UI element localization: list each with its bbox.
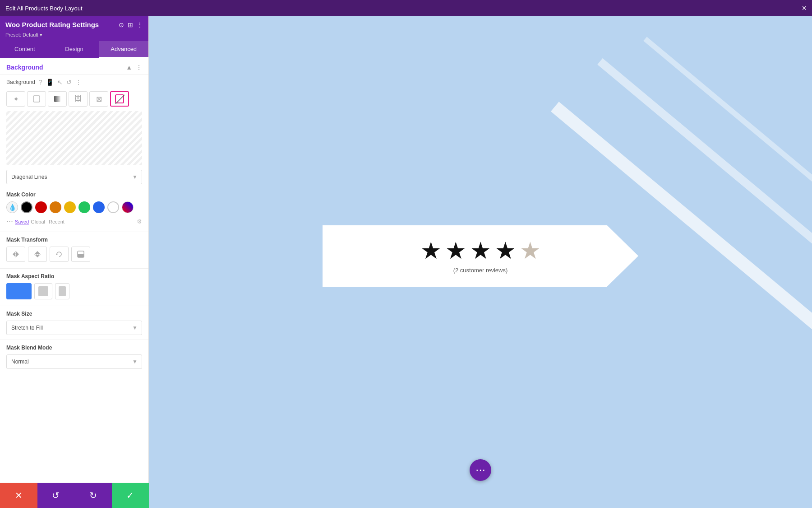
mask-blend-mode-select-wrapper: Normal Multiply Screen Overlay ▼ xyxy=(6,354,142,369)
transform-invert[interactable] xyxy=(71,247,90,262)
eyedropper-swatch[interactable]: 💧 xyxy=(6,201,18,213)
background-type-icons: ✦ 🖼 ⊠ xyxy=(0,89,148,111)
top-bar-title: Edit All Products Body Layout xyxy=(5,5,83,12)
section-more-icon[interactable]: ⋮ xyxy=(136,64,142,71)
aspect-wide[interactable] xyxy=(6,283,32,299)
svg-rect-1 xyxy=(54,96,60,102)
svg-rect-0 xyxy=(33,96,40,102)
transform-row xyxy=(0,245,148,266)
svg-rect-2 xyxy=(115,95,124,103)
close-button[interactable]: × xyxy=(802,4,807,13)
preset-label[interactable]: Preset: Default ▾ xyxy=(5,32,42,37)
color-tab-saved[interactable]: Saved xyxy=(15,219,29,224)
bg-type-none[interactable]: ✦ xyxy=(6,91,25,107)
color-orange[interactable] xyxy=(50,201,61,213)
tab-design[interactable]: Design xyxy=(50,41,99,58)
divider-4 xyxy=(0,340,148,340)
mask-type-select-wrapper: Diagonal Lines Dots Grid Horizontal Line… xyxy=(6,170,142,184)
sidebar: Woo Product Rating Settings ⊙ ⊞ ⋮ Preset… xyxy=(0,16,149,508)
color-green[interactable] xyxy=(78,201,90,213)
color-blue[interactable] xyxy=(93,201,105,213)
star-5: ★ xyxy=(520,238,541,262)
section-header-icons: ▲ ⋮ xyxy=(126,64,142,71)
mask-transform-label: Mask Transform xyxy=(0,234,148,245)
layout-icon[interactable]: ⊞ xyxy=(128,21,133,28)
settings-icon[interactable]: ⊙ xyxy=(119,21,124,28)
color-red[interactable] xyxy=(35,201,47,213)
color-tab-global[interactable]: Global xyxy=(31,219,45,224)
background-field-row: Background ? 📱 ↖ ↺ ⋮ xyxy=(0,75,148,89)
more-options-icon[interactable]: ⋮ xyxy=(137,21,143,28)
bottom-toolbar: ✕ ↺ ↻ ✓ xyxy=(0,483,149,508)
redo-button[interactable]: ↻ xyxy=(74,483,112,508)
mask-size-select[interactable]: Stretch to Fill Fit Auto xyxy=(6,321,142,335)
tab-advanced[interactable]: Advanced xyxy=(99,41,148,58)
tabs: Content Design Advanced xyxy=(0,41,148,58)
mask-preview xyxy=(6,111,142,165)
tab-content[interactable]: Content xyxy=(0,41,50,58)
transform-flip-v[interactable] xyxy=(28,247,47,262)
bg-type-pattern[interactable]: ⊠ xyxy=(89,91,108,107)
bg-type-gradient[interactable] xyxy=(48,91,67,107)
color-more-icon[interactable]: ··· xyxy=(6,217,13,226)
color-yellow[interactable] xyxy=(64,201,76,213)
mask-type-select[interactable]: Diagonal Lines Dots Grid Horizontal Line… xyxy=(6,170,142,184)
svg-line-10 xyxy=(645,39,812,265)
background-field-label: Background xyxy=(6,79,35,85)
color-custom[interactable] xyxy=(122,201,134,213)
color-settings-icon[interactable]: ⚙ xyxy=(137,218,142,225)
top-bar: Edit All Products Body Layout × xyxy=(0,0,812,16)
color-tab-recent[interactable]: Recent xyxy=(49,219,65,224)
bg-type-image[interactable]: 🖼 xyxy=(69,91,88,107)
sidebar-header: Woo Product Rating Settings ⊙ ⊞ ⋮ Preset… xyxy=(0,16,148,41)
color-palette: 💧 xyxy=(0,200,148,216)
help-icon[interactable]: ? xyxy=(39,79,42,86)
star-3: ★ xyxy=(470,238,491,262)
svg-marker-6 xyxy=(56,253,58,255)
aspect-square[interactable] xyxy=(34,283,52,299)
canvas-area: ★ ★ ★ ★ ★ (2 customer reviews) ⋯ xyxy=(149,16,812,508)
transform-rotate[interactable] xyxy=(50,247,69,262)
aspect-tall[interactable] xyxy=(55,283,69,299)
sidebar-header-icons: ⊙ ⊞ ⋮ xyxy=(119,21,143,28)
mask-aspect-ratio-label: Mask Aspect Ratio xyxy=(0,270,148,281)
mask-blend-mode-select[interactable]: Normal Multiply Screen Overlay xyxy=(6,354,142,369)
review-count: (2 customer reviews) xyxy=(453,266,508,273)
more-icon[interactable]: ⋮ xyxy=(75,79,82,86)
sidebar-title: Woo Product Rating Settings xyxy=(5,21,99,28)
color-black[interactable] xyxy=(21,201,32,213)
mask-blend-mode-label: Mask Blend Mode xyxy=(0,342,148,353)
mask-size-label: Mask Size xyxy=(0,308,148,319)
aspect-tall-rect xyxy=(59,286,66,296)
svg-line-8 xyxy=(555,107,812,332)
cancel-button[interactable]: ✕ xyxy=(0,483,37,508)
bg-type-mask[interactable] xyxy=(110,91,129,107)
star-4: ★ xyxy=(495,238,516,262)
transform-flip-h[interactable] xyxy=(6,247,25,262)
save-button[interactable]: ✓ xyxy=(112,483,149,508)
bg-type-color[interactable] xyxy=(27,91,46,107)
rating-card: ★ ★ ★ ★ ★ (2 customer reviews) xyxy=(323,225,638,287)
cursor-icon[interactable]: ↖ xyxy=(57,79,63,86)
floating-action-button[interactable]: ⋯ xyxy=(470,459,491,481)
stars-row: ★ ★ ★ ★ ★ xyxy=(420,238,541,262)
divider-2 xyxy=(0,268,148,269)
mask-color-label: Mask Color xyxy=(0,189,148,200)
aspect-square-rect xyxy=(38,286,48,296)
color-tabs-row: ··· Saved Global Recent ⚙ xyxy=(0,216,148,230)
color-white[interactable] xyxy=(107,201,119,213)
undo-button[interactable]: ↺ xyxy=(37,483,75,508)
reset-icon[interactable]: ↺ xyxy=(66,79,72,86)
divider-1 xyxy=(0,232,148,232)
sidebar-header-row: Woo Product Rating Settings ⊙ ⊞ ⋮ xyxy=(5,21,143,28)
star-2: ★ xyxy=(445,238,466,262)
divider-3 xyxy=(0,306,148,306)
aspect-ratio-row xyxy=(0,281,148,304)
background-section-header: Background ▲ ⋮ xyxy=(0,58,148,75)
collapse-icon[interactable]: ▲ xyxy=(126,64,132,71)
main-layout: Woo Product Rating Settings ⊙ ⊞ ⋮ Preset… xyxy=(0,16,812,508)
star-1: ★ xyxy=(420,238,442,262)
mask-size-select-wrapper: Stretch to Fill Fit Auto ▼ xyxy=(6,321,142,335)
device-icon[interactable]: 📱 xyxy=(46,79,54,86)
sidebar-content: Background ▲ ⋮ Background ? 📱 ↖ ↺ ⋮ ✦ xyxy=(0,58,148,508)
